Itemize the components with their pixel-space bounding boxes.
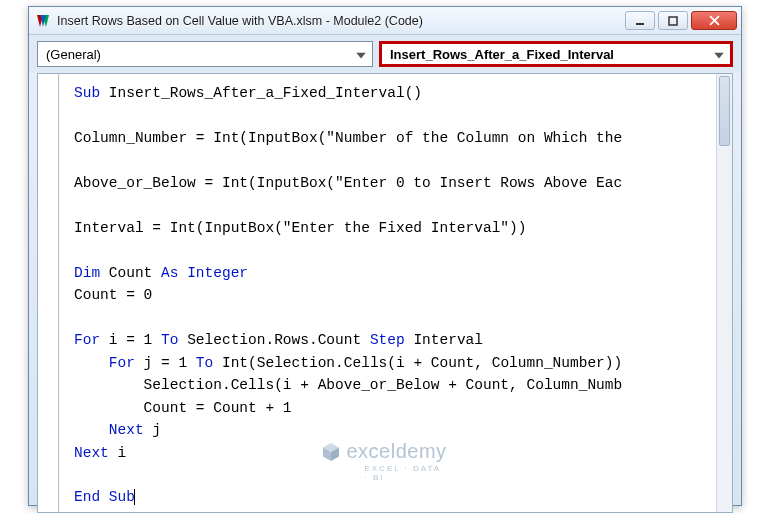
code-area[interactable]: Sub Insert_Rows_After_a_Fixed_Interval()… bbox=[38, 74, 732, 514]
object-dropdown[interactable]: (General) bbox=[37, 41, 373, 67]
code-window: Insert Rows Based on Cell Value with VBA… bbox=[28, 6, 742, 506]
code-editor[interactable]: Sub Insert_Rows_After_a_Fixed_Interval()… bbox=[37, 73, 733, 513]
title-bar: Insert Rows Based on Cell Value with VBA… bbox=[29, 7, 741, 35]
close-button[interactable] bbox=[691, 11, 737, 30]
svg-rect-1 bbox=[669, 17, 677, 25]
chevron-down-icon bbox=[356, 47, 366, 62]
procedure-dropdown[interactable]: Insert_Rows_After_a_Fixed_Interval bbox=[379, 41, 733, 67]
margin-indicator bbox=[58, 74, 59, 512]
procedure-dropdown-label: Insert_Rows_After_a_Fixed_Interval bbox=[390, 47, 614, 62]
window-buttons bbox=[625, 11, 737, 30]
text-cursor bbox=[134, 489, 135, 505]
minimize-button[interactable] bbox=[625, 11, 655, 30]
object-dropdown-label: (General) bbox=[46, 47, 101, 62]
svg-rect-0 bbox=[636, 23, 644, 25]
vertical-scrollbar[interactable] bbox=[716, 74, 732, 512]
window-title: Insert Rows Based on Cell Value with VBA… bbox=[57, 14, 625, 28]
chevron-down-icon bbox=[714, 47, 724, 62]
scrollbar-thumb[interactable] bbox=[719, 76, 730, 146]
dropdown-row: (General) Insert_Rows_After_a_Fixed_Inte… bbox=[29, 35, 741, 73]
maximize-button[interactable] bbox=[658, 11, 688, 30]
vba-icon bbox=[35, 13, 51, 29]
